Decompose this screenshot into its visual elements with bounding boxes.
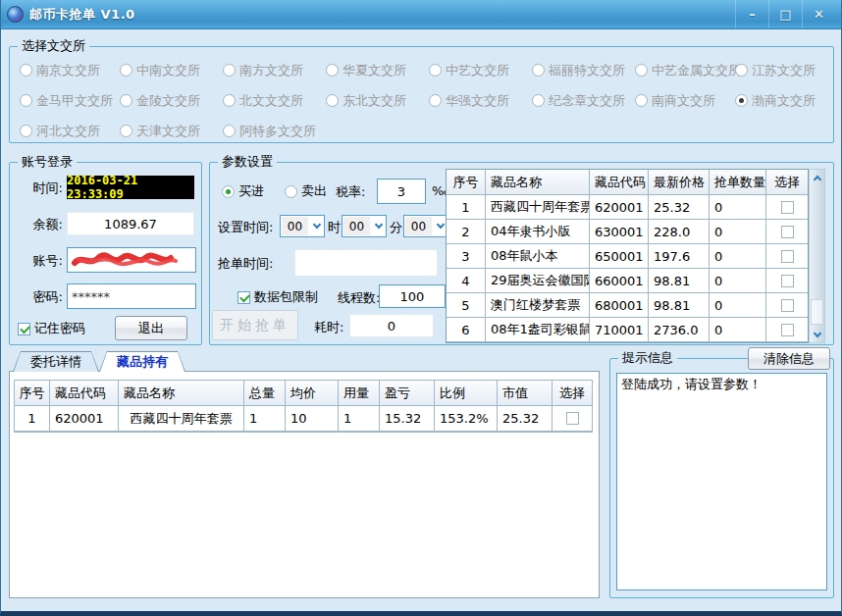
exchange-option[interactable]: 中艺文交所: [429, 62, 532, 79]
exchange-option[interactable]: 南京文交所: [20, 62, 120, 79]
exchange-option[interactable]: 金马甲文交所: [20, 92, 120, 110]
exchange-option-selected[interactable]: 渤商文交所: [735, 92, 829, 110]
exchange-option[interactable]: 华强文交所: [429, 92, 532, 110]
row-select-checkbox[interactable]: [781, 250, 794, 263]
exchange-option[interactable]: 北文文交所: [223, 92, 326, 110]
cell-price: 2736.0: [649, 318, 710, 341]
sell-radio[interactable]: 卖出: [285, 182, 327, 200]
minimize-icon[interactable]: –: [735, 0, 768, 28]
row-select-checkbox[interactable]: [781, 226, 794, 238]
exchange-option[interactable]: 天津文交所: [120, 123, 223, 140]
scrollbar-thumb[interactable]: [811, 299, 823, 325]
thread-count-label: 线程数:: [338, 289, 380, 307]
table-row[interactable]: 6 08年1盎司彩银鼠 710001 2736.0 0: [447, 318, 808, 342]
radio-icon: [326, 94, 339, 107]
cell-index: 6: [447, 318, 486, 341]
chevron-down-icon[interactable]: [309, 216, 324, 236]
account-redaction-scribble: [70, 250, 185, 270]
row-select-checkbox[interactable]: [566, 412, 579, 425]
row-select-checkbox[interactable]: [781, 201, 794, 214]
row-select-checkbox[interactable]: [781, 299, 794, 312]
chevron-down-icon[interactable]: [371, 216, 386, 236]
hour-select[interactable]: 00: [280, 215, 325, 237]
table-row[interactable]: 5 澳门红楼梦套票 680001 98.81 0: [447, 293, 808, 318]
exchange-option[interactable]: 南方文交所: [223, 62, 326, 79]
packet-limit-checkbox[interactable]: 数据包限制: [237, 288, 318, 306]
exchange-option[interactable]: 阿特多文交所: [223, 123, 326, 140]
exchange-option[interactable]: 中南文交所: [120, 62, 223, 79]
exit-button[interactable]: 退出: [115, 316, 187, 340]
buy-radio[interactable]: 买进: [222, 182, 264, 200]
col-header: 序号: [447, 170, 486, 194]
scroll-up-icon[interactable]: [810, 170, 824, 185]
password-input[interactable]: ******: [67, 283, 196, 309]
balance-label: 余额:: [18, 216, 63, 233]
table-row[interactable]: 1 西藏四十周年套票 620001 25.32 0: [447, 195, 808, 220]
exchange-option[interactable]: 中艺金属文交所: [635, 62, 735, 79]
scroll-down-icon[interactable]: [810, 327, 824, 342]
cell-select: [766, 318, 808, 341]
cell-qty: 0: [710, 220, 766, 243]
login-group: 账号登录 时间: 2016-03-21 23:33:09 余额: 1089.67…: [9, 162, 202, 345]
col-header: 均价: [286, 381, 339, 405]
cell-index: 1: [447, 195, 486, 219]
table-row[interactable]: 3 08年鼠小本 650001 197.6 0: [447, 244, 808, 269]
window-title: 邮币卡抢单 V1.0: [29, 6, 135, 24]
start-grab-button[interactable]: 开始抢单: [212, 310, 298, 340]
cell-qty: 0: [710, 318, 766, 341]
grab-time-input[interactable]: [294, 249, 438, 277]
row-select-checkbox[interactable]: [781, 324, 794, 336]
balance-display: 1089.67: [67, 212, 194, 235]
cell-code: 710001: [590, 318, 649, 341]
exchange-label: 纪念章文交所: [549, 92, 625, 110]
cell-name: 04年隶书小版: [486, 220, 590, 243]
exchange-option[interactable]: 华夏文交所: [326, 62, 429, 79]
table-row[interactable]: 4 29届奥运会徽国际 660001 98.81 0: [447, 269, 808, 293]
tax-rate-input[interactable]: 3: [377, 179, 426, 204]
message-log: 登陆成功，请设置参数！: [616, 373, 827, 590]
clear-messages-button[interactable]: 清除信息: [748, 347, 830, 370]
exchange-option[interactable]: 河北文交所: [20, 123, 120, 140]
holdings-table: 序号 藏品代码 藏品名称 总量 均价 用量 盈亏 比例 市值 选择 1 6200…: [14, 380, 593, 433]
exchange-option[interactable]: 福丽特文交所: [532, 62, 635, 79]
table-row[interactable]: 1 620001 西藏四十周年套票 1 10 1 15.32 153.2% 25…: [15, 406, 592, 432]
title-bar[interactable]: 邮币卡抢单 V1.0 – □ ✕: [1, 0, 841, 29]
time-display: 2016-03-21 23:33:09: [67, 176, 194, 199]
exchange-option[interactable]: 南商文交所: [635, 92, 735, 110]
cell-name: 29届奥运会徽国际: [486, 269, 590, 292]
radio-icon: [20, 64, 32, 77]
second-select[interactable]: 00: [403, 215, 448, 237]
tab-order-details[interactable]: 委托详情: [13, 351, 99, 372]
radio-icon: [20, 94, 32, 107]
exchange-label: 南京文交所: [36, 62, 100, 79]
account-input[interactable]: [67, 247, 196, 273]
exchange-option[interactable]: 金陵文交所: [120, 92, 223, 110]
radio-icon: [635, 64, 648, 77]
cell-name: 西藏四十周年套票: [119, 406, 244, 431]
cell-price: 25.32: [649, 195, 710, 219]
exchange-label: 东北文交所: [342, 92, 406, 110]
remember-password-checkbox[interactable]: 记住密码: [18, 320, 85, 337]
exchange-option[interactable]: 江苏文交所: [735, 62, 829, 79]
col-header: 序号: [15, 381, 50, 405]
packet-limit-label: 数据包限制: [254, 288, 318, 306]
window-controls: – □ ✕: [735, 0, 835, 28]
cell-index: 4: [447, 269, 486, 292]
exchange-label: 阿特多文交所: [239, 123, 316, 140]
exchange-option[interactable]: 东北文交所: [326, 92, 429, 110]
minute-select[interactable]: 00: [342, 215, 387, 237]
row-select-checkbox[interactable]: [781, 275, 794, 287]
app-icon: [7, 6, 24, 23]
maximize-icon[interactable]: □: [768, 0, 802, 28]
cell-qty: 0: [710, 293, 766, 317]
col-header: 藏品名称: [486, 170, 590, 194]
table-row[interactable]: 2 04年隶书小版 630001 228.0 0: [447, 220, 808, 244]
radio-icon: [120, 64, 132, 77]
exchange-option[interactable]: 纪念章文交所: [532, 92, 635, 110]
thread-count-input[interactable]: 100: [379, 284, 446, 308]
cell-select: [766, 269, 808, 292]
close-icon[interactable]: ✕: [802, 0, 835, 28]
products-table-scrollbar[interactable]: [809, 169, 825, 343]
tab-holdings[interactable]: 藏品持有: [99, 351, 185, 372]
col-header: 藏品代码: [50, 381, 119, 405]
